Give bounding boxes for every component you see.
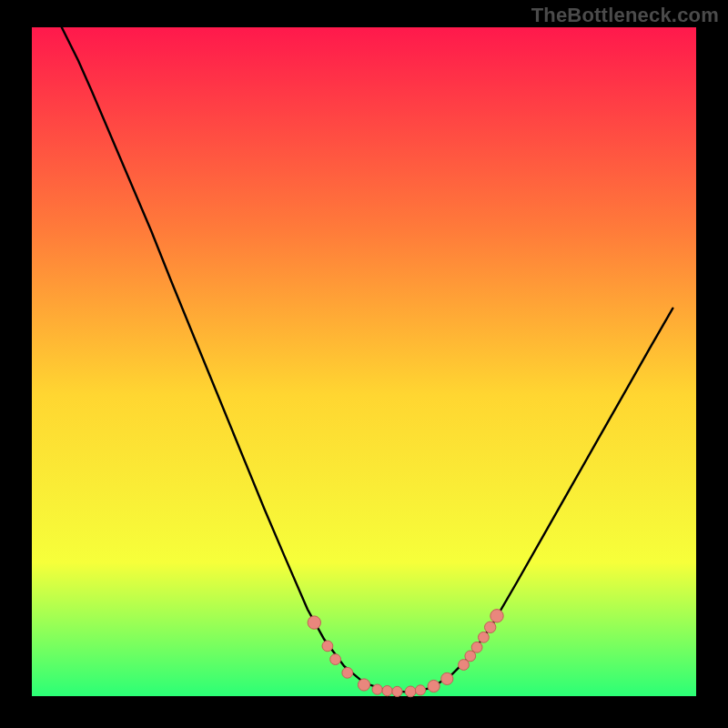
curve-marker-dot xyxy=(428,680,440,692)
curve-marker-dot xyxy=(490,610,503,622)
plot-background xyxy=(32,27,696,696)
curve-marker-dot xyxy=(322,641,333,652)
curve-marker-dot xyxy=(330,654,341,665)
curve-marker-dot xyxy=(471,642,482,652)
curve-marker-dot xyxy=(342,667,353,678)
curve-marker-dot xyxy=(485,622,496,632)
curve-marker-dot xyxy=(405,686,416,697)
curve-marker-dot xyxy=(308,616,320,629)
curve-marker-dot xyxy=(441,672,453,684)
curve-marker-dot xyxy=(358,679,369,691)
curve-marker-dot xyxy=(392,686,402,696)
chart-stage: TheBottleneck.com xyxy=(0,0,728,728)
curve-marker-dot xyxy=(415,685,425,695)
curve-marker-dot xyxy=(479,632,490,642)
curve-marker-dot xyxy=(372,684,382,694)
curve-marker-dot xyxy=(382,686,392,696)
bottleneck-curve-chart xyxy=(0,0,728,728)
